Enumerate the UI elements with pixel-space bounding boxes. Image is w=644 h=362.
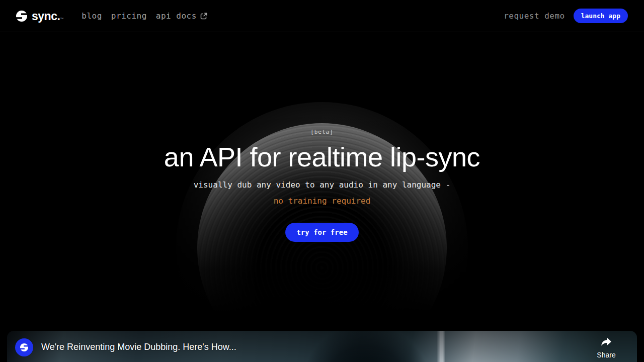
- sync-logo[interactable]: sync.™: [15, 10, 63, 23]
- logo-trademark: ™: [60, 17, 63, 21]
- video-title-bar: We're Reinventing Movie Dubbing. Here's …: [7, 331, 637, 362]
- nav-links: blog pricing api docs: [82, 11, 208, 21]
- hero-section: [beta] an API for realtime lip-sync visu…: [0, 0, 644, 332]
- hero-subtitle: visually dub any video to any audio in a…: [0, 180, 644, 190]
- beta-badge: [beta]: [0, 129, 644, 135]
- video-title-link[interactable]: We're Reinventing Movie Dubbing. Here's …: [41, 342, 236, 352]
- sync-logo-icon: [15, 10, 28, 23]
- share-button[interactable]: Share: [591, 337, 622, 359]
- try-for-free-button[interactable]: try for free: [285, 223, 358, 242]
- logo-text: sync.: [32, 10, 60, 23]
- launch-app-button[interactable]: launch app: [574, 9, 628, 23]
- share-label: Share: [597, 351, 615, 359]
- youtube-video-embed[interactable]: We're Reinventing Movie Dubbing. Here's …: [7, 331, 637, 362]
- hero-highlight: no training required: [0, 196, 644, 206]
- nav-link-api-docs[interactable]: api docs: [156, 11, 197, 21]
- request-demo-link[interactable]: request demo: [504, 11, 565, 21]
- share-icon: [591, 337, 622, 349]
- top-nav: sync.™ blog pricing api docs request dem…: [0, 0, 644, 32]
- page-title: an API for realtime lip-sync: [0, 142, 644, 171]
- hero-cta-row: try for free: [0, 223, 644, 242]
- nav-right: request demo launch app: [504, 9, 628, 23]
- nav-link-blog[interactable]: blog: [82, 11, 102, 21]
- external-link-icon[interactable]: [200, 12, 208, 20]
- channel-avatar[interactable]: [15, 338, 33, 356]
- nav-link-pricing[interactable]: pricing: [111, 11, 147, 21]
